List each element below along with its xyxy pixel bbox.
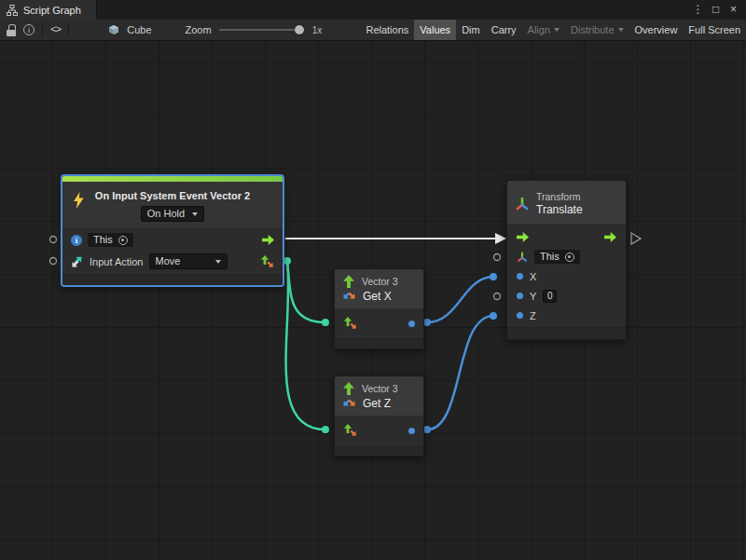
flow-output-port-icon[interactable]	[262, 234, 274, 246]
empty-port-circle[interactable]	[50, 258, 57, 265]
kebab-menu-icon[interactable]: ⋮	[690, 0, 706, 20]
vector3-input-port-icon[interactable]	[343, 317, 357, 330]
wire-endpoint-dot[interactable]	[423, 426, 431, 433]
info-icon[interactable]: i	[23, 24, 35, 35]
this-object-field[interactable]: This	[88, 233, 133, 247]
relations-button[interactable]: Relations	[360, 20, 414, 40]
graph-toolbar: i <> Cube Zoom 1x Relations Values Dim C…	[0, 20, 746, 41]
flow-port-row	[507, 227, 626, 247]
this-object-field[interactable]: This	[534, 250, 580, 264]
port-row-this: i This	[62, 229, 283, 251]
code-icon[interactable]: <>	[50, 24, 61, 35]
zoom-slider-knob[interactable]	[295, 25, 304, 34]
carry-button[interactable]: Carry	[486, 20, 522, 40]
align-label: Align	[528, 24, 550, 35]
node-footer	[335, 338, 423, 348]
wire-getx-to-x[interactable]	[427, 277, 493, 322]
zoom-slider-track[interactable]	[219, 29, 305, 31]
node-get-x[interactable]: Vector 3 Get X	[334, 268, 424, 349]
input-action-dropdown[interactable]: Move	[149, 253, 228, 269]
get-component-icon	[342, 398, 356, 409]
node-header[interactable]: Vector 3 Get X	[335, 269, 423, 308]
window-controls: ⋮ □ ×	[690, 0, 746, 20]
value-port-z[interactable]	[517, 312, 523, 319]
empty-port-circle[interactable]	[494, 254, 501, 261]
wire-endpoint-dot[interactable]	[322, 426, 329, 433]
node-header[interactable]: Transform Translate	[507, 181, 626, 224]
align-button[interactable]: Align	[522, 20, 565, 40]
wire-endpoint-dot[interactable]	[490, 312, 497, 320]
node-header[interactable]: On Input System Event Vector 2 On Hold	[62, 182, 283, 227]
close-icon[interactable]: ×	[725, 0, 741, 20]
object-picker-icon	[118, 236, 128, 245]
gameobject-icon: i	[71, 235, 82, 246]
node-header[interactable]: Vector 3 Get Z	[335, 376, 423, 416]
input-action-icon	[71, 255, 84, 268]
node-footer	[335, 445, 423, 456]
y-value-input[interactable]: 0	[543, 290, 557, 303]
fullscreen-button[interactable]: Full Screen	[683, 20, 746, 40]
node-get-z[interactable]: Vector 3 Get Z	[334, 376, 424, 457]
wire-endpoint-dot[interactable]	[283, 257, 291, 265]
node-category: Vector 3	[362, 383, 398, 394]
empty-port-circle[interactable]	[50, 237, 57, 243]
node-on-input-system-event-vector2[interactable]: On Input System Event Vector 2 On Hold i…	[62, 175, 283, 286]
chevron-down-icon	[192, 212, 198, 216]
flow-output-port-icon[interactable]	[604, 231, 616, 243]
vector3-input-port-icon[interactable]	[343, 424, 357, 437]
tab-title: Script Graph	[23, 5, 81, 16]
zoom-value: 1x	[312, 25, 323, 35]
port-row	[335, 308, 423, 338]
node-title: Translate	[536, 204, 583, 217]
node-title: On Input System Event Vector 2	[70, 189, 275, 202]
distribute-button[interactable]: Distribute	[565, 20, 629, 40]
node-translate[interactable]: Transform Translate	[506, 180, 627, 340]
event-mode-dropdown[interactable]: On Hold	[141, 206, 204, 222]
wire-endpoint-dot[interactable]	[490, 273, 497, 280]
orange-diagonal-arrow-shape	[348, 321, 358, 331]
value-port-x[interactable]	[517, 273, 523, 280]
port-row	[335, 416, 423, 445]
flow-arrowhead-icon	[495, 233, 506, 244]
port-row-y: Y 0	[507, 286, 626, 306]
toolbar-buttons: Relations Values Dim Carry Align Distrib…	[360, 20, 746, 40]
titlebar: Script Graph ⋮ □ ×	[0, 0, 746, 20]
chevron-down-icon	[554, 28, 560, 32]
this-label: This	[540, 252, 560, 262]
tab-script-graph[interactable]: Script Graph	[0, 0, 97, 20]
float-output-port[interactable]	[408, 321, 415, 327]
wire-endpoint-dot[interactable]	[423, 319, 431, 326]
zoom-slider[interactable]	[219, 23, 305, 36]
lock-icon[interactable]	[7, 24, 16, 36]
vector2-output-port-icon[interactable]	[260, 255, 274, 268]
overview-button[interactable]: Overview	[629, 20, 684, 40]
wire-vector2-to-getz[interactable]	[286, 261, 325, 430]
flow-output-triangle[interactable]	[631, 233, 641, 244]
maximize-icon[interactable]: □	[708, 0, 724, 20]
values-button[interactable]: Values	[414, 20, 456, 40]
transform-icon	[515, 197, 530, 212]
graph-icon	[7, 5, 18, 16]
dim-button[interactable]: Dim	[456, 20, 486, 40]
port-row-input-action: Input Action Move	[62, 251, 283, 272]
graph-canvas[interactable]: On Input System Event Vector 2 On Hold i…	[0, 41, 746, 560]
node-title: Get X	[363, 290, 392, 303]
wire-getz-to-z[interactable]	[427, 316, 493, 430]
input-action-value: Move	[156, 256, 181, 266]
this-label: This	[93, 235, 113, 245]
value-port-y[interactable]	[517, 293, 523, 299]
target-object-name[interactable]: Cube	[127, 24, 151, 35]
object-picker-icon	[565, 253, 574, 262]
port-row-this: This	[507, 247, 626, 266]
port-row-x: X	[507, 266, 626, 286]
flow-input-port-icon[interactable]	[517, 231, 529, 243]
empty-port-circle[interactable]	[494, 294, 501, 300]
port-z-label: Z	[530, 310, 536, 321]
node-title: Get Z	[363, 397, 391, 410]
wire-endpoint-dot[interactable]	[322, 319, 329, 326]
wire-vector2-to-getx[interactable]	[287, 261, 325, 322]
float-output-port[interactable]	[408, 428, 415, 434]
input-action-label: Input Action	[90, 256, 144, 267]
distribute-label: Distribute	[571, 24, 614, 35]
node-footer	[62, 274, 283, 285]
